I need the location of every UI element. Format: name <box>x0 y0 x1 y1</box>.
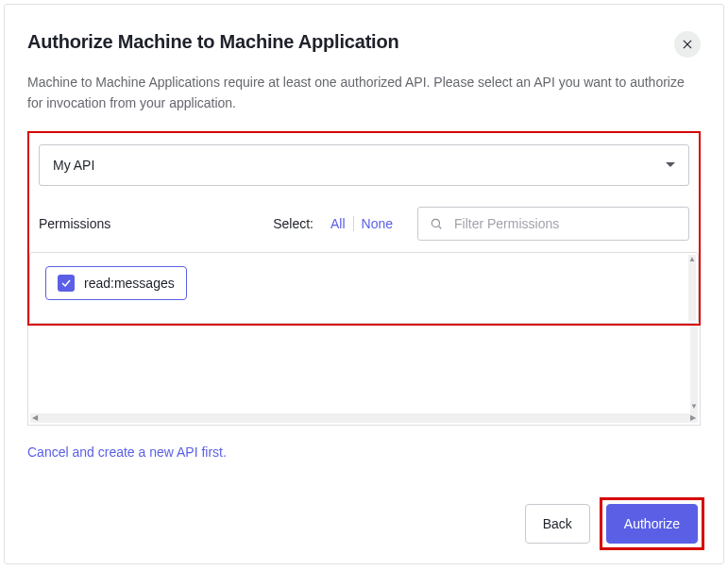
modal-description: Machine to Machine Applications require … <box>27 72 701 114</box>
api-dropdown-value: My API <box>53 158 94 173</box>
horizontal-scrollbar[interactable]: ◀ ▶ <box>30 413 698 423</box>
svg-point-2 <box>432 219 439 226</box>
filter-permissions-field[interactable] <box>417 207 689 241</box>
check-icon <box>60 277 72 289</box>
cancel-create-api-link[interactable]: Cancel and create a new API first. <box>27 444 227 460</box>
authorize-modal: Authorize Machine to Machine Application… <box>4 4 724 564</box>
authorize-button[interactable]: Authorize <box>606 504 698 544</box>
select-label: Select: <box>273 216 313 231</box>
permission-chip[interactable]: read:messages <box>45 266 187 300</box>
authorize-highlight-box: Authorize <box>600 497 704 550</box>
api-dropdown[interactable]: My API <box>39 144 689 186</box>
close-button[interactable] <box>674 31 701 58</box>
back-button[interactable]: Back <box>525 504 590 544</box>
close-icon <box>681 38 694 51</box>
permission-name: read:messages <box>84 276 175 291</box>
modal-title: Authorize Machine to Machine Application <box>27 31 399 53</box>
vertical-scrollbar[interactable]: ▼ <box>690 326 698 423</box>
scroll-left-icon: ◀ <box>32 413 38 422</box>
search-icon <box>430 217 443 230</box>
filter-permissions-input[interactable] <box>452 215 677 232</box>
permissions-label: Permissions <box>39 216 110 231</box>
highlight-box: My API Permissions Select: All None <box>27 131 701 326</box>
svg-line-3 <box>438 226 441 228</box>
scroll-right-icon: ▶ <box>690 413 696 422</box>
permissions-list: read:messages ▲ <box>29 252 699 324</box>
vertical-scrollbar[interactable]: ▲ <box>688 255 696 321</box>
scroll-up-icon: ▲ <box>688 255 696 264</box>
chevron-down-icon <box>666 162 675 167</box>
select-all-button[interactable]: All <box>323 216 353 231</box>
permissions-overflow-area: ▼ ◀ ▶ <box>27 326 701 426</box>
select-none-button[interactable]: None <box>354 216 400 231</box>
scroll-down-icon: ▼ <box>690 402 698 411</box>
permission-checkbox[interactable] <box>58 275 75 292</box>
